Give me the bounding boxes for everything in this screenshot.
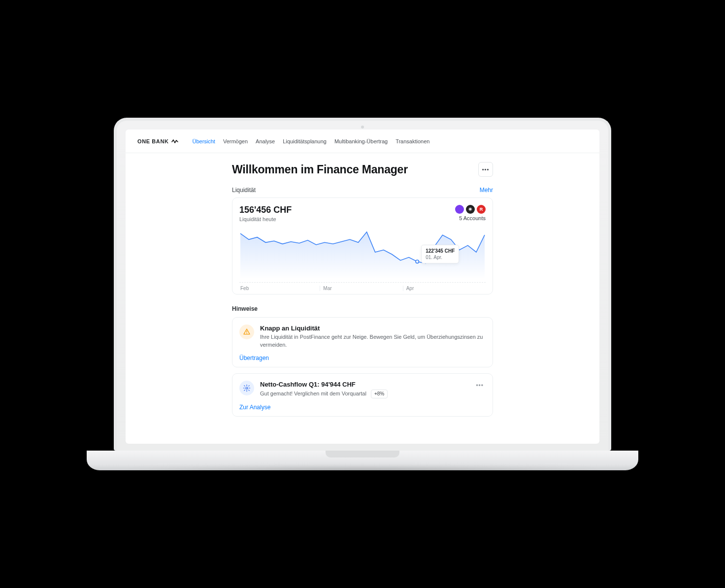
brand-name: ONE BANK [137, 138, 168, 144]
account-badge-1-icon [455, 205, 464, 214]
hint-desc-text: Gut gemacht! Verglichen mit dem Vorquart… [260, 391, 366, 396]
laptop-frame: ONE BANK Übersicht Vermögen Analyse Liqu… [87, 118, 638, 470]
axis-tick-mar: Mar [320, 286, 402, 291]
hint-more-button[interactable]: ••• [474, 381, 486, 390]
liquidity-more-link[interactable]: Mehr [480, 187, 493, 194]
app-screen: ONE BANK Übersicht Vermögen Analyse Liqu… [126, 130, 599, 444]
laptop-base [87, 451, 638, 470]
gear-icon [239, 381, 254, 395]
svg-point-3 [246, 387, 248, 389]
nav-item-analyse[interactable]: Analyse [256, 138, 275, 144]
axis-tick-feb: Feb [239, 286, 320, 291]
brand: ONE BANK [137, 138, 178, 144]
axis-tick-apr: Apr [403, 286, 486, 291]
camera-dot [361, 126, 364, 129]
liquidity-subtitle: Liquidität heute [239, 216, 292, 222]
chart-x-axis: Feb Mar Apr [239, 282, 486, 291]
app-header: ONE BANK Übersicht Vermögen Analyse Liqu… [126, 130, 599, 153]
nav-item-liquiditaetsplanung[interactable]: Liquiditätsplanung [283, 138, 327, 144]
more-icon: ••• [482, 166, 490, 172]
hint-title: Netto-Cashflow Q1: 94'944 CHF [260, 381, 468, 388]
page-more-button[interactable]: ••• [478, 162, 493, 177]
warning-icon [239, 325, 254, 339]
nav-item-transaktionen[interactable]: Transaktionen [395, 138, 429, 144]
account-badge-2-icon: ✳ [466, 205, 475, 214]
hint-description: Gut gemacht! Verglichen mit dem Vorquart… [260, 390, 468, 399]
hint-card-cashflow: Netto-Cashflow Q1: 94'944 CHF Gut gemach… [232, 373, 493, 417]
hint-description: Ihre Liquidität in PostFinance geht zur … [260, 333, 486, 349]
account-badge-3-icon: R [477, 205, 486, 214]
liquidity-amount: 156'456 CHF [239, 205, 292, 215]
hint-card-liquidity-warning: Knapp an Liquidität Ihre Liquidität in P… [232, 317, 493, 367]
nav-item-vermoegen[interactable]: Vermögen [223, 138, 248, 144]
liquidity-chart[interactable]: 122'345 CHF 01. Apr. [239, 225, 486, 279]
page-title: Willkommen im Finance Manager [232, 163, 408, 176]
tooltip-date: 01. Apr. [426, 254, 455, 261]
hint-action-transfer[interactable]: Übertragen [239, 355, 269, 361]
liquidity-card: 156'456 CHF Liquidität heute ✳ R [232, 197, 493, 294]
liquidity-section-label: Liquidität [232, 187, 256, 194]
delta-pill: +8% [371, 390, 388, 399]
content-column: Willkommen im Finance Manager ••• Liquid… [232, 162, 493, 423]
brand-logo-icon [171, 138, 178, 144]
tooltip-value: 122'345 CHF [426, 248, 455, 254]
nav-item-multibanking[interactable]: Multibanking-Übertrag [334, 138, 388, 144]
chart-tooltip: 122'345 CHF 01. Apr. [421, 245, 459, 263]
hint-action-analysis[interactable]: Zur Analyse [239, 404, 270, 411]
accounts-summary: ✳ R 5 Accounts [455, 205, 486, 221]
accounts-count: 5 Accounts [455, 215, 486, 221]
svg-point-2 [246, 333, 247, 334]
laptop-lid: ONE BANK Übersicht Vermögen Analyse Liqu… [114, 118, 611, 451]
nav-item-uebersicht[interactable]: Übersicht [192, 138, 215, 144]
hints-section-label: Hinweise [232, 305, 493, 312]
svg-point-0 [416, 260, 419, 263]
hint-title: Knapp an Liquidität [260, 325, 486, 332]
main-nav: Übersicht Vermögen Analyse Liquiditätspl… [192, 138, 429, 144]
